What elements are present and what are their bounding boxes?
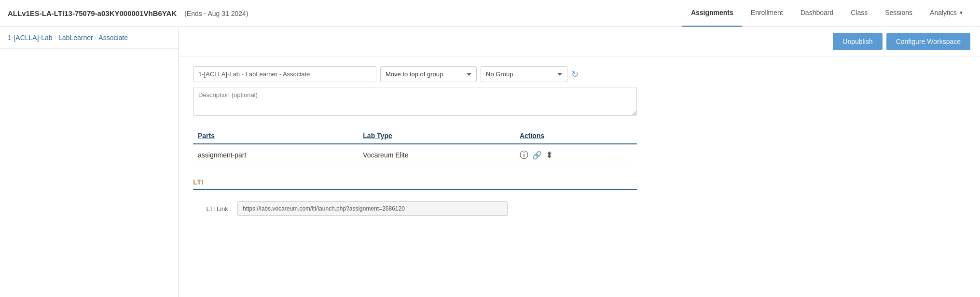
parts-table: Parts Lab Type Actions assignment-part V… [193, 129, 637, 166]
configure-workspace-button[interactable]: Configure Workspace [886, 33, 970, 50]
no-group-select[interactable]: No Group [481, 66, 567, 82]
tab-analytics[interactable]: Analytics ▼ [921, 0, 972, 27]
table-row: assignment-part Vocareum Elite ⓘ 🔗 ⬍ [193, 144, 637, 166]
col-actions: Actions [515, 129, 637, 144]
tab-assignments[interactable]: Assignments [682, 0, 742, 27]
refresh-icon[interactable]: ↻ [571, 69, 579, 80]
cell-actions: ⓘ 🔗 ⬍ [515, 144, 637, 166]
form-top-row: Move to top of group No Group ↻ [193, 66, 966, 82]
tab-dashboard[interactable]: Dashboard [792, 0, 842, 27]
move-to-top-select[interactable]: Move to top of group [380, 66, 477, 82]
description-textarea[interactable] [193, 87, 637, 116]
lti-title: LTI [193, 178, 637, 190]
move-icon[interactable]: ⬍ [546, 150, 553, 160]
main-nav: Assignments Enrollment Dashboard Class S… [682, 0, 972, 27]
sidebar-item-0[interactable]: 1-[ACLLA]-Lab - LabLearner - Associate [0, 27, 178, 49]
lti-link-row: LTI Link : [193, 198, 637, 220]
lti-section: LTI LTI Link : [193, 178, 637, 220]
unpublish-button[interactable]: Unpublish [833, 33, 882, 50]
lti-link-label: LTI Link : [193, 205, 232, 212]
tab-enrollment[interactable]: Enrollment [742, 0, 792, 27]
info-icon[interactable]: ⓘ [520, 149, 528, 161]
content-area: Unpublish Configure Workspace Move to to… [179, 27, 980, 297]
col-parts: Parts [193, 129, 358, 144]
col-lab-type: Lab Type [358, 129, 515, 144]
assignment-form: Move to top of group No Group ↻ Parts La… [179, 57, 980, 229]
assignment-name-input[interactable] [193, 66, 376, 82]
content-header: Unpublish Configure Workspace [179, 27, 980, 57]
main-layout: 1-[ACLLA]-Lab - LabLearner - Associate U… [0, 27, 980, 297]
tab-class[interactable]: Class [842, 0, 876, 27]
cell-lab-type: Vocareum Elite [358, 144, 515, 166]
link-icon[interactable]: 🔗 [532, 151, 542, 160]
sidebar: 1-[ACLLA]-Lab - LabLearner - Associate [0, 27, 179, 297]
analytics-dropdown-arrow: ▼ [959, 10, 964, 15]
course-dates: (Ends - Aug 31 2024) [184, 10, 248, 17]
tab-sessions[interactable]: Sessions [876, 0, 921, 27]
app-header: ALLv1ES-LA-LTI13-75079-a03KY000001VhB6YA… [0, 0, 980, 27]
table-header-row: Parts Lab Type Actions [193, 129, 637, 144]
cell-part: assignment-part [193, 144, 358, 166]
lti-link-input[interactable] [237, 201, 508, 216]
course-id: ALLv1ES-LA-LTI13-75079-a03KY000001VhB6YA… [8, 9, 177, 17]
action-icons: ⓘ 🔗 ⬍ [520, 149, 632, 161]
